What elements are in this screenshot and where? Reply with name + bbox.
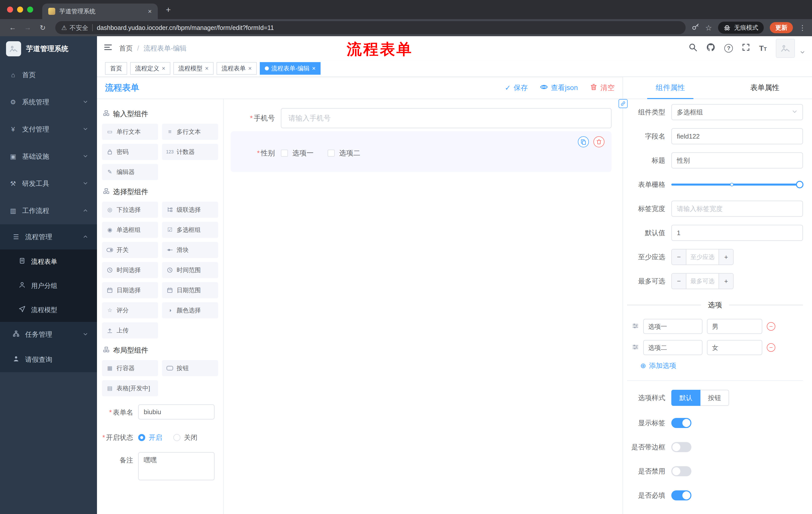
style-button-button[interactable]: 按钮 — [700, 390, 729, 406]
border-toggle[interactable] — [671, 442, 691, 452]
component-switch[interactable]: 开关 — [102, 242, 158, 258]
required-toggle[interactable] — [671, 490, 691, 501]
github-icon[interactable] — [706, 43, 715, 54]
close-icon[interactable]: × — [248, 65, 252, 72]
tag-home[interactable]: 首页 — [105, 62, 127, 75]
label-width-input[interactable] — [671, 201, 803, 217]
sidebar-item-infrastructure[interactable]: ▣ 基础设施 — [0, 143, 97, 170]
gender-option-1[interactable]: 选项一 — [281, 148, 314, 158]
tag-process-form-edit[interactable]: 流程表单-编辑 × — [260, 62, 321, 75]
plus-icon[interactable]: + — [719, 274, 733, 289]
close-tab-icon[interactable]: × — [148, 7, 152, 15]
drag-handle-icon[interactable] — [632, 343, 639, 352]
component-date-range[interactable]: 日期范围 — [162, 282, 218, 298]
maximize-window-button[interactable] — [27, 6, 33, 12]
add-option-button[interactable]: ⊕ 添加选项 — [627, 361, 803, 370]
component-rate[interactable]: ☆评分 — [102, 302, 158, 318]
sidebar-item-process-management[interactable]: ☰ 流程管理 — [0, 224, 97, 249]
component-checkbox-group[interactable]: ☑多选框组 — [162, 222, 218, 238]
minus-icon[interactable]: − — [672, 274, 686, 289]
tab-form-props[interactable]: 表单属性 — [718, 77, 812, 99]
title-input[interactable] — [671, 153, 803, 168]
font-size-icon[interactable]: TT — [759, 44, 767, 53]
phone-field-row[interactable]: *手机号 — [231, 108, 611, 128]
close-icon[interactable]: × — [162, 65, 165, 72]
form-canvas[interactable]: *手机号 — [224, 99, 622, 514]
close-icon[interactable]: × — [205, 65, 208, 72]
avatar[interactable] — [776, 39, 795, 58]
default-value-input[interactable] — [671, 225, 803, 241]
sidebar-item-workflow[interactable]: ▥ 工作流程 — [0, 197, 97, 224]
slider-handle[interactable] — [796, 181, 804, 188]
view-json-button[interactable]: 查看json — [540, 83, 578, 93]
plus-icon[interactable]: + — [719, 249, 733, 265]
component-table[interactable]: ▤表格[开发中] — [102, 380, 158, 396]
delete-component-button[interactable] — [593, 136, 605, 147]
sidebar-item-leave-query[interactable]: 请假查询 — [0, 347, 97, 372]
component-select[interactable]: ◎下拉选择 — [102, 202, 158, 218]
show-label-toggle[interactable] — [671, 418, 691, 428]
help-icon[interactable]: ? — [724, 44, 733, 53]
status-off-radio[interactable]: 关闭 — [173, 433, 198, 442]
option-value-input[interactable] — [707, 340, 762, 355]
remove-option-icon[interactable]: − — [767, 343, 775, 352]
status-on-radio[interactable]: 开启 — [138, 433, 162, 442]
sidebar-item-payment[interactable]: ¥ 支付管理 — [0, 116, 97, 143]
component-single-line-text[interactable]: ▭单行文本 — [102, 124, 158, 140]
component-color-picker[interactable]: ◑颜色选择 — [162, 302, 218, 318]
hamburger-icon[interactable] — [104, 43, 112, 53]
component-type-select[interactable]: 多选框组 — [671, 104, 803, 120]
component-multi-line-text[interactable]: ≡多行文本 — [162, 124, 218, 140]
tag-process-form[interactable]: 流程表单 × — [216, 62, 257, 75]
disabled-toggle[interactable] — [671, 466, 691, 476]
forward-icon[interactable]: → — [21, 24, 34, 32]
minimize-window-button[interactable] — [17, 6, 23, 12]
sidebar-item-user-groups[interactable]: 用户分组 — [0, 274, 97, 298]
sidebar-item-home[interactable]: ⌂ 首页 — [0, 61, 97, 88]
phone-input[interactable] — [281, 108, 611, 128]
slider-track[interactable] — [671, 184, 800, 186]
component-counter[interactable]: 123计数器 — [162, 144, 218, 160]
sidebar-item-process-model[interactable]: 流程模型 — [0, 298, 97, 322]
address-bar[interactable]: ⚠ 不安全 dashboard.yudao.iocoder.cn/bpm/man… — [55, 21, 686, 34]
new-tab-button[interactable]: + — [166, 5, 171, 15]
remove-option-icon[interactable]: − — [767, 322, 775, 331]
tag-process-model[interactable]: 流程模型 × — [173, 62, 213, 75]
form-name-input[interactable] — [138, 404, 214, 420]
breadcrumb-home[interactable]: 首页 — [119, 44, 133, 53]
close-window-button[interactable] — [7, 6, 13, 12]
option-label-input[interactable] — [643, 319, 702, 334]
sidebar-item-process-form[interactable]: 流程表单 — [0, 249, 97, 274]
field-name-input[interactable] — [671, 128, 803, 144]
min-select-value[interactable]: 至少应选 — [686, 249, 719, 265]
option-label-input[interactable] — [643, 340, 702, 355]
component-time-range[interactable]: 时间范围 — [162, 262, 218, 278]
gender-field-row[interactable]: *性别 选项一 选项二 — [231, 148, 604, 158]
tab-component-props[interactable]: 组件属性 — [623, 77, 718, 99]
link-icon[interactable] — [618, 99, 628, 108]
component-time-picker[interactable]: 时间选择 — [102, 262, 158, 278]
browser-menu-icon[interactable]: ⋮ — [799, 24, 806, 32]
bookmark-star-icon[interactable]: ☆ — [705, 23, 712, 32]
selected-component-gender[interactable]: *性别 选项一 选项二 — [231, 131, 611, 172]
grid-slider[interactable] — [671, 177, 803, 193]
key-icon[interactable] — [692, 23, 699, 32]
component-button[interactable]: 按钮 — [162, 360, 218, 376]
minus-icon[interactable]: − — [672, 249, 686, 265]
component-password[interactable]: 密码 — [102, 144, 158, 160]
tag-process-definition[interactable]: 流程定义 × — [130, 62, 170, 75]
close-icon[interactable]: × — [312, 65, 316, 72]
back-icon[interactable]: ← — [6, 24, 19, 32]
sidebar-item-system[interactable]: ⚙ 系统管理 — [0, 88, 97, 116]
reload-icon[interactable]: ↻ — [36, 24, 49, 32]
checkbox[interactable] — [328, 150, 335, 157]
component-radio-group[interactable]: ◉单选框组 — [102, 222, 158, 238]
clear-button[interactable]: 清空 — [590, 83, 614, 92]
search-icon[interactable] — [689, 43, 697, 54]
max-select-value[interactable]: 最多可选 — [686, 274, 719, 289]
update-button[interactable]: 更新 — [770, 22, 793, 33]
browser-tab[interactable]: 芋道管理系统 × — [42, 3, 158, 19]
sidebar-item-devtools[interactable]: ⚒ 研发工具 — [0, 170, 97, 197]
sidebar-logo[interactable]: 芋道管理系统 — [0, 36, 97, 61]
component-slider[interactable]: 滑块 — [162, 242, 218, 258]
